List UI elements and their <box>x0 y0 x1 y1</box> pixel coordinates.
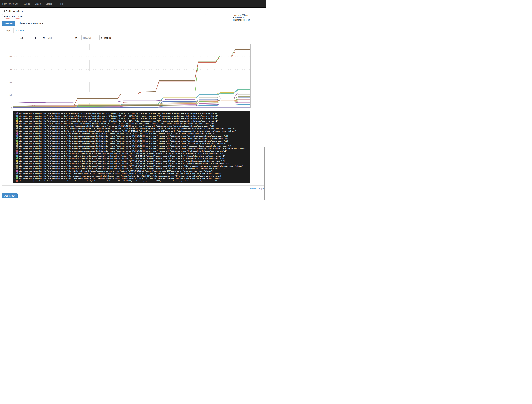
until-group: ◀◀ ▶▶ <box>41 35 79 40</box>
legend-color-swatch <box>16 165 18 167</box>
legend-entry[interactable]: ✓istio_request_count{connection_mtls="fa… <box>14 132 250 135</box>
legend-entry[interactable]: ✓istio_request_count{connection_mtls="fa… <box>14 142 250 145</box>
legend-label: istio_request_count{connection_mtls="fal… <box>19 165 243 167</box>
legend-label: istio_request_count{connection_mtls="fal… <box>19 118 218 119</box>
main-content: Enable query history istio_request_count… <box>0 8 266 198</box>
legend-entry[interactable]: ✓istio_request_count{connection_mtls="fa… <box>14 167 250 170</box>
y-axis-tick-label: 200 <box>8 55 12 58</box>
legend-check-icon: ✓ <box>14 172 16 174</box>
legend-entry[interactable]: ✓istio_request_count{connection_mtls="fa… <box>14 177 250 180</box>
legend-label: istio_request_count{connection_mtls="fal… <box>19 177 221 179</box>
legend-entry[interactable]: ✓istio_request_count{connection_mtls="fa… <box>14 112 250 115</box>
query-stat: Resolution: 1s <box>233 16 250 19</box>
legend-entry[interactable]: ✓istio_request_count{connection_mtls="fa… <box>14 135 250 137</box>
legend-entry[interactable]: ✓istio_request_count{connection_mtls="fa… <box>14 157 250 160</box>
legend-check-icon: ✓ <box>14 152 16 154</box>
execute-button[interactable]: Execute <box>2 21 15 26</box>
legend-entry[interactable]: ✓istio_request_count{connection_mtls="fa… <box>14 147 250 150</box>
legend-entry[interactable]: ✓istio_request_count{connection_mtls="fa… <box>14 125 250 127</box>
legend-entry[interactable]: ✓istio_request_count{connection_mtls="fa… <box>14 122 250 125</box>
legend-entry[interactable]: ✓istio_request_count{connection_mtls="fa… <box>14 130 250 132</box>
nav-item-status[interactable]: Status <box>43 3 56 5</box>
legend-entry[interactable]: ✓istio_request_count{connection_mtls="fa… <box>14 170 250 172</box>
legend-check-icon: ✓ <box>14 165 16 167</box>
legend-color-swatch <box>16 170 18 172</box>
query-stats: Load time: 118msResolution: 1sTotal time… <box>233 14 250 21</box>
legend-check-icon: ✓ <box>14 177 16 179</box>
legend-entry[interactable]: ✓istio_request_count{connection_mtls="fa… <box>14 172 250 175</box>
legend-color-swatch <box>16 158 18 159</box>
legend-label: istio_request_count{connection_mtls="fal… <box>19 172 221 174</box>
nav-item-help[interactable]: Help <box>56 3 66 5</box>
nav-item-alerts[interactable]: Alerts <box>22 3 32 5</box>
remove-graph-link[interactable]: Remove Graph <box>249 187 264 190</box>
stacked-checkbox[interactable] <box>101 37 103 39</box>
legend-check-icon: ✓ <box>14 147 16 150</box>
legend-entry[interactable]: ✓istio_request_count{connection_mtls="fa… <box>14 162 250 165</box>
legend-entry[interactable]: ✓istio_request_count{connection_mtls="fa… <box>14 160 250 162</box>
query-input[interactable]: istio_request_count <box>2 14 206 19</box>
legend-check-icon: ✓ <box>14 118 16 120</box>
legend-entry[interactable]: ✓istio_request_count{connection_mtls="fa… <box>14 115 250 117</box>
legend-entry[interactable]: ✓istio_request_count{connection_mtls="fa… <box>14 127 250 130</box>
legend-check-icon: ✓ <box>14 133 16 134</box>
legend-label: istio_request_count{connection_mtls="fal… <box>19 163 229 164</box>
chart-canvas[interactable]: 05010015020045s0s15s30s <box>7 43 264 111</box>
brand-link[interactable]: Prometheus <box>2 2 18 6</box>
nav-item-graph[interactable]: Graph <box>32 3 43 5</box>
tab-graph[interactable]: Graph <box>2 28 13 33</box>
legend-check-icon: ✓ <box>14 180 16 182</box>
metric-select[interactable]: - insert metric at cursor - <box>17 21 47 26</box>
legend-label: istio_request_count{connection_mtls="fal… <box>19 170 213 172</box>
legend-entry[interactable]: ✓istio_request_count{connection_mtls="fa… <box>14 150 250 152</box>
legend-color-swatch <box>16 115 18 117</box>
legend-label: istio_request_count{connection_mtls="fal… <box>19 130 236 132</box>
legend-entry[interactable]: ✓istio_request_count{connection_mtls="fa… <box>14 140 250 142</box>
tab-console[interactable]: Console <box>13 28 27 33</box>
legend-color-swatch <box>16 145 18 147</box>
legend-entry[interactable]: ✓istio_request_count{connection_mtls="fa… <box>14 180 250 182</box>
graph-controls: - + ◀◀ ▶▶ stacked <box>13 35 264 40</box>
legend-label: istio_request_count{connection_mtls="fal… <box>19 120 218 122</box>
legend-label: istio_request_count{connection_mtls="fal… <box>19 175 221 177</box>
range-input[interactable] <box>19 35 33 40</box>
range-increase-button[interactable]: + <box>33 35 38 40</box>
add-graph-button[interactable]: Add Graph <box>2 193 18 198</box>
graph-panel: - + ◀◀ ▶▶ stacked 05010015020045 <box>2 35 264 186</box>
legend-entry[interactable]: ✓istio_request_count{connection_mtls="fa… <box>14 155 250 157</box>
query-history-checkbox[interactable] <box>3 10 5 12</box>
legend-entry[interactable]: ✓istio_request_count{connection_mtls="fa… <box>14 117 250 120</box>
add-graph-row: Add Graph <box>2 193 264 198</box>
chart-svg: 05010015020045s0s15s30s <box>7 43 252 110</box>
legend-color-swatch <box>16 112 18 114</box>
legend-check-icon: ✓ <box>14 127 16 129</box>
legend-entry[interactable]: ✓istio_request_count{connection_mtls="fa… <box>14 164 250 167</box>
legend-label: istio_request_count{connection_mtls="fal… <box>19 167 224 169</box>
legend-check-icon: ✓ <box>14 142 16 145</box>
until-back-icon[interactable]: ◀◀ <box>41 35 46 40</box>
legend-color-swatch <box>16 160 18 162</box>
legend-color-swatch <box>16 155 18 157</box>
legend-entry[interactable]: ✓istio_request_count{connection_mtls="fa… <box>14 152 250 155</box>
legend-color-swatch <box>16 172 18 174</box>
execute-row: Execute - insert metric at cursor - <box>2 21 264 26</box>
until-forward-icon[interactable]: ▶▶ <box>74 35 79 40</box>
page-scrollbar-thumb[interactable] <box>264 147 265 200</box>
legend-color-swatch <box>16 177 18 179</box>
range-group: - + <box>13 35 38 40</box>
range-decrease-button[interactable]: - <box>13 35 19 40</box>
y-axis-tick-label: 0 <box>11 107 12 109</box>
legend-label: istio_request_count{connection_mtls="fal… <box>19 140 228 142</box>
legend-check-icon: ✓ <box>14 130 16 132</box>
legend-label: istio_request_count{connection_mtls="fal… <box>19 147 246 149</box>
legend-entry[interactable]: ✓istio_request_count{connection_mtls="fa… <box>14 137 250 140</box>
resolution-input[interactable] <box>82 35 97 40</box>
legend-check-icon: ✓ <box>14 167 16 169</box>
until-input[interactable] <box>46 35 74 40</box>
legend-entry[interactable]: ✓istio_request_count{connection_mtls="fa… <box>14 175 250 177</box>
query-history-label: Enable query history <box>6 10 25 12</box>
legend-label: istio_request_count{connection_mtls="fal… <box>19 142 227 144</box>
legend-entry[interactable]: ✓istio_request_count{connection_mtls="fa… <box>14 120 250 122</box>
status-caret-icon <box>52 4 54 4</box>
legend-entry[interactable]: ✓istio_request_count{connection_mtls="fa… <box>14 145 250 147</box>
